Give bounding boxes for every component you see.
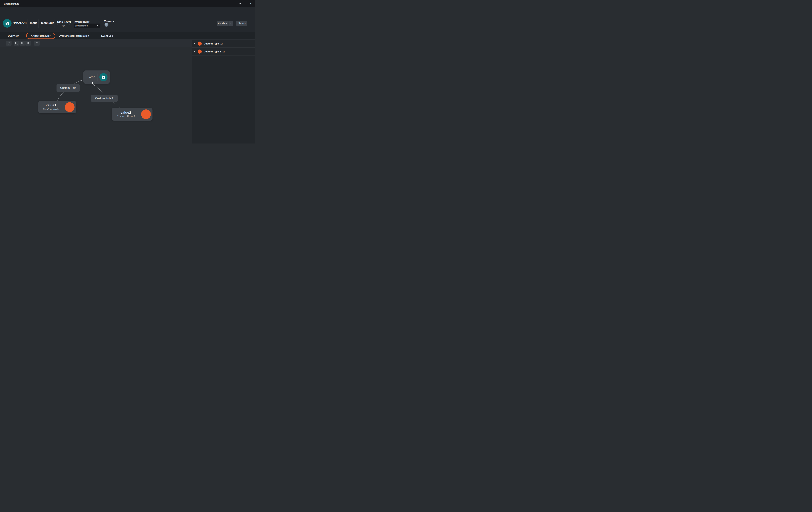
window-title: Event Details xyxy=(4,2,19,5)
close-button[interactable]: × xyxy=(248,1,253,6)
custom-type-2-color-dot xyxy=(198,50,202,54)
edge-label-custom-role: Custom Role xyxy=(57,84,80,92)
minimize-icon xyxy=(239,3,241,4)
zoom-in-button[interactable] xyxy=(13,41,19,46)
mouse-cursor xyxy=(91,81,95,86)
viewers-label: Viewers xyxy=(104,20,114,23)
artifact-type-group-custom-type-2[interactable]: Custom Type 2 (1) xyxy=(192,48,255,56)
chevron-down-icon xyxy=(97,25,98,26)
node-divider xyxy=(139,110,139,118)
artifact-type-group-label: Custom Type (1) xyxy=(204,42,223,45)
artifact-value: value2 xyxy=(113,111,139,115)
artifact-type-dot xyxy=(65,102,75,112)
technique-label: Technique xyxy=(40,22,54,25)
artifact-type-group-label: Custom Type 2 (1) xyxy=(204,50,225,53)
header-separator xyxy=(102,20,102,28)
tab-event-log[interactable]: Event Log xyxy=(101,34,113,37)
artifact-node-value2[interactable]: value2 Custom Role 2 xyxy=(112,108,152,121)
artifact-type-panel: Custom Type (1) Custom Type 2 (1) xyxy=(192,40,255,144)
artifact-value: value1 xyxy=(39,103,63,107)
event-node-calendar-icon xyxy=(99,73,108,81)
zoom-out-icon xyxy=(21,42,24,44)
tab-bar: Overview Artifact Behavior Event/Inciden… xyxy=(0,32,255,40)
event-node[interactable]: Event xyxy=(83,70,110,84)
event-id: 1959770 xyxy=(13,21,27,25)
artifact-node-text: value1 Custom Role xyxy=(38,103,63,111)
tactic-label: Tactic xyxy=(30,22,37,25)
custom-type-color-dot xyxy=(198,41,202,46)
zoom-in-icon xyxy=(15,42,18,44)
risk-level-label: Risk Level xyxy=(57,21,71,24)
minimize-button[interactable] xyxy=(238,1,243,6)
calendar-alert-icon xyxy=(102,75,106,79)
artifact-type-group-custom-type[interactable]: Custom Type (1) xyxy=(192,40,255,48)
zoom-to-fit-button[interactable] xyxy=(25,41,31,46)
reset-view-button[interactable] xyxy=(6,41,11,46)
edge-label-custom-role-2: Custom Role 2 xyxy=(91,95,118,102)
header-separator xyxy=(71,20,72,28)
title-bar: Event Details × xyxy=(0,0,255,7)
risk-level-badge: N/A xyxy=(57,24,70,28)
zoom-to-fit-icon xyxy=(27,42,30,44)
artifact-behavior-graph-canvas[interactable]: Custom Role Custom Role 2 Event value1 C… xyxy=(0,47,192,144)
minimap-icon xyxy=(35,42,38,44)
expand-caret-icon[interactable] xyxy=(194,51,195,52)
dismiss-button[interactable]: Dismiss xyxy=(236,21,247,26)
minimap-toggle-button[interactable] xyxy=(34,41,40,46)
event-header: 1959770 Tactic Technique Risk Level N/A … xyxy=(0,7,255,32)
expand-caret-icon[interactable] xyxy=(194,43,195,44)
investigator-label: Investigator xyxy=(74,20,89,24)
artifact-node-text: value2 Custom Role 2 xyxy=(112,111,139,118)
viewer-avatar xyxy=(105,23,108,27)
node-divider xyxy=(97,73,97,81)
refresh-icon xyxy=(7,42,10,44)
escalate-button[interactable]: Escalate xyxy=(216,21,228,26)
event-calendar-icon xyxy=(3,19,11,28)
chevron-down-icon xyxy=(230,23,232,24)
artifact-role: Custom Role xyxy=(39,108,63,111)
tab-overview[interactable]: Overview xyxy=(8,34,19,37)
investigator-dropdown[interactable]: (Unassigned) xyxy=(74,24,100,28)
calendar-alert-icon xyxy=(5,21,9,26)
maximize-icon xyxy=(245,3,246,4)
graph-toolbar xyxy=(0,40,192,47)
close-icon: × xyxy=(250,2,252,5)
window-controls: × xyxy=(238,1,253,6)
artifact-node-value1[interactable]: value1 Custom Role xyxy=(38,101,76,113)
event-node-label: Event xyxy=(87,75,96,79)
artifact-type-dot xyxy=(141,110,151,119)
artifact-role: Custom Role 2 xyxy=(113,115,139,118)
maximize-button[interactable] xyxy=(243,1,248,6)
header-actions: Escalate Dismiss xyxy=(216,21,247,26)
tab-artifact-behavior[interactable]: Artifact Behavior xyxy=(26,33,55,39)
tab-event-incident-correlation[interactable]: Event/Incident Correlation xyxy=(59,34,89,37)
cursor-arrow-icon xyxy=(91,81,95,85)
escalate-options-button[interactable] xyxy=(228,21,233,26)
investigator-selected-value: (Unassigned) xyxy=(75,25,88,27)
zoom-out-button[interactable] xyxy=(20,41,25,46)
